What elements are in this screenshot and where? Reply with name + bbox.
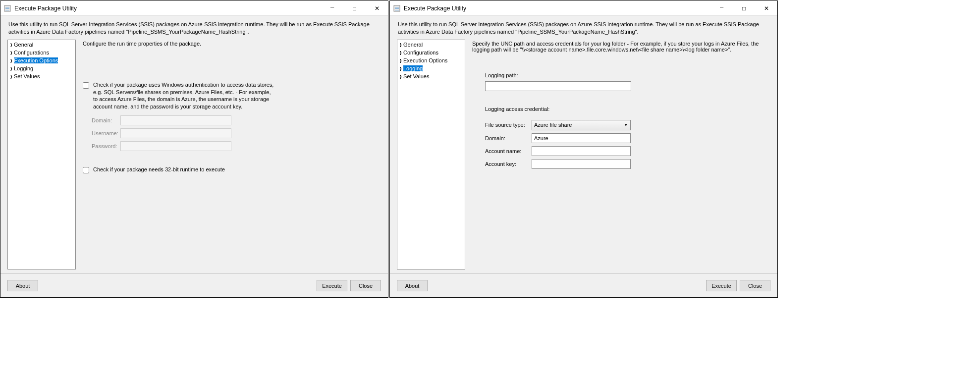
nav-configurations-label: Configurations xyxy=(403,50,438,55)
nav-execution-options-label: Execution Options xyxy=(14,57,58,63)
32bit-label: Check if your package needs 32-bit runti… xyxy=(93,166,225,173)
button-bar: About Execute Close xyxy=(0,273,388,297)
window-controls xyxy=(321,1,388,15)
nav-general-label: General xyxy=(14,42,33,48)
domain-input[interactable] xyxy=(120,115,231,125)
maximize-button[interactable] xyxy=(343,1,366,15)
nav-general[interactable]: General xyxy=(9,41,74,49)
nav-sidebar: General Configurations Execution Options… xyxy=(397,40,465,269)
svg-rect-5 xyxy=(395,7,399,7)
content-pane: Configure the run time properties of the… xyxy=(81,40,381,269)
domain-label: Domain: xyxy=(92,117,120,123)
minimize-button[interactable] xyxy=(321,1,343,15)
body-area: General Configurations Execution Options… xyxy=(0,40,388,273)
execute-button[interactable]: Execute xyxy=(706,280,737,291)
app-icon xyxy=(3,4,11,12)
close-window-button[interactable] xyxy=(755,1,777,15)
windows-auth-label: Check if your package uses Windows authe… xyxy=(93,81,276,110)
nav-general-label: General xyxy=(403,42,423,48)
button-bar: About Execute Close xyxy=(390,273,777,297)
nav-logging-label: Logging xyxy=(403,65,423,71)
svg-rect-6 xyxy=(395,8,399,9)
file-source-type-select[interactable]: Azure file share xyxy=(532,120,631,130)
about-button[interactable]: About xyxy=(7,280,38,291)
execute-button[interactable]: Execute xyxy=(317,280,347,291)
nav-logging[interactable]: Logging xyxy=(399,65,463,73)
svg-rect-7 xyxy=(395,10,399,10)
windows-auth-checkbox[interactable] xyxy=(83,82,89,89)
username-label: Username: xyxy=(92,130,120,136)
nav-sidebar: General Configurations Execution Options… xyxy=(7,40,76,269)
titlebar: Execute Package Utility xyxy=(390,1,777,16)
nav-set-values-label: Set Values xyxy=(403,73,429,79)
content-pane: Specify the UNC path and access credenti… xyxy=(470,40,770,269)
content-header: Specify the UNC path and access credenti… xyxy=(472,41,768,53)
nav-set-values-label: Set Values xyxy=(14,73,40,79)
username-input[interactable] xyxy=(120,128,231,138)
file-source-type-label: File source type: xyxy=(485,122,532,128)
window-title: Execute Package Utility xyxy=(14,5,321,12)
window-execution-options: Execute Package Utility Use this utility… xyxy=(0,0,388,298)
nav-execution-options[interactable]: Execution Options xyxy=(9,57,74,65)
nav-configurations-label: Configurations xyxy=(14,50,49,55)
close-button[interactable]: Close xyxy=(740,280,770,291)
body-area: General Configurations Execution Options… xyxy=(390,40,777,273)
nav-configurations[interactable]: Configurations xyxy=(399,49,463,57)
window-title: Execute Package Utility xyxy=(404,5,710,12)
utility-description: Use this utility to run SQL Server Integ… xyxy=(0,16,388,40)
nav-general[interactable]: General xyxy=(399,41,463,49)
logging-domain-input[interactable] xyxy=(532,133,631,143)
account-key-input[interactable] xyxy=(532,159,631,169)
app-icon xyxy=(393,4,401,12)
close-button[interactable]: Close xyxy=(350,280,381,291)
window-controls xyxy=(710,1,777,15)
svg-rect-1 xyxy=(5,7,9,7)
logging-domain-label: Domain: xyxy=(485,135,532,141)
nav-logging[interactable]: Logging xyxy=(9,65,74,73)
logging-section: Logging path: Logging access credential:… xyxy=(485,72,768,169)
windows-auth-checkbox-row: Check if your package uses Windows authe… xyxy=(83,81,379,110)
nav-configurations[interactable]: Configurations xyxy=(9,49,74,57)
nav-set-values[interactable]: Set Values xyxy=(399,73,463,81)
nav-logging-label: Logging xyxy=(14,65,33,71)
logging-cred-header: Logging access credential: xyxy=(485,106,768,112)
titlebar: Execute Package Utility xyxy=(0,1,388,16)
svg-rect-3 xyxy=(5,10,9,10)
auth-form: Domain: Username: Password: xyxy=(92,115,379,151)
logging-path-label: Logging path: xyxy=(485,72,768,78)
nav-execution-options[interactable]: Execution Options xyxy=(399,57,463,65)
minimize-button[interactable] xyxy=(710,1,733,15)
32bit-checkbox[interactable] xyxy=(83,167,89,173)
nav-set-values[interactable]: Set Values xyxy=(9,73,74,81)
window-logging: Execute Package Utility Use this utility… xyxy=(389,0,778,298)
close-window-button[interactable] xyxy=(366,1,388,15)
file-source-type-value: Azure file share xyxy=(534,122,572,128)
nav-execution-options-label: Execution Options xyxy=(403,57,447,63)
maximize-button[interactable] xyxy=(733,1,755,15)
about-button[interactable]: About xyxy=(397,280,428,291)
svg-rect-2 xyxy=(5,8,9,9)
logging-path-input[interactable] xyxy=(485,81,631,91)
account-name-label: Account name: xyxy=(485,148,532,154)
account-name-input[interactable] xyxy=(532,146,631,156)
32bit-checkbox-row: Check if your package needs 32-bit runti… xyxy=(83,166,379,173)
account-key-label: Account key: xyxy=(485,161,532,167)
password-input[interactable] xyxy=(120,141,231,151)
password-label: Password: xyxy=(92,143,120,149)
utility-description: Use this utility to run SQL Server Integ… xyxy=(390,16,777,40)
content-header: Configure the run time properties of the… xyxy=(83,41,379,47)
